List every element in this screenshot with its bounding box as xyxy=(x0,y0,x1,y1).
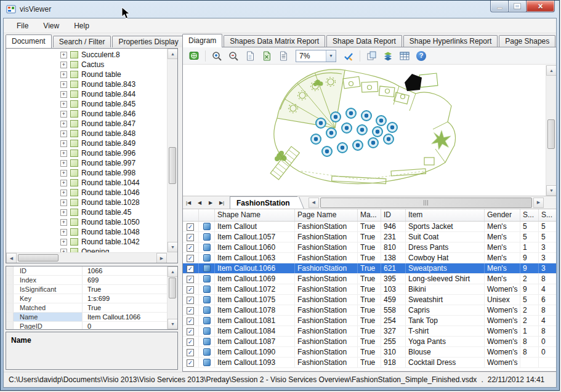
row-select-cell[interactable]: ✓ xyxy=(183,263,199,274)
first-page-button[interactable]: |◀ xyxy=(183,196,194,209)
pages-scroll-thumb[interactable] xyxy=(320,198,532,208)
export-page-button[interactable] xyxy=(259,49,274,63)
row-select-cell[interactable]: ✓ xyxy=(183,295,199,305)
maximize-button[interactable] xyxy=(509,1,527,12)
row-checkbox[interactable]: ✓ xyxy=(187,244,194,252)
tree-item[interactable]: +Round table.997 xyxy=(6,158,167,168)
titlebar[interactable]: visViewer × xyxy=(1,1,559,18)
row-checkbox[interactable]: ✓ xyxy=(187,338,194,346)
tree-hscroll-thumb[interactable] xyxy=(18,254,59,262)
tab-shape-data-report[interactable]: Shape Data Report xyxy=(326,35,402,47)
table-row[interactable]: ✓Item Callout.1090FashionStationTrue310B… xyxy=(183,347,556,358)
row-checkbox[interactable]: ✓ xyxy=(187,234,194,241)
diagram-canvas[interactable]: ▲ ▼ xyxy=(183,65,556,196)
table-row[interactable]: ✓Item Callout.1093FashionStationTrue918C… xyxy=(183,358,556,368)
row-checkbox[interactable]: ✓ xyxy=(187,286,194,294)
copy-page-button[interactable] xyxy=(243,49,257,63)
row-select-cell[interactable]: ✓ xyxy=(183,305,199,316)
row-select-cell[interactable]: ✓ xyxy=(183,337,199,347)
tab-shapes-data-matrix-report[interactable]: Shapes Data Matrix Report xyxy=(224,35,325,47)
row-checkbox[interactable]: ✓ xyxy=(187,359,194,367)
properties-vertical-scrollbar[interactable]: ▲ ▼ xyxy=(167,266,177,329)
expand-plus-icon[interactable]: + xyxy=(60,91,67,98)
column-header-blank[interactable] xyxy=(199,209,215,222)
column-header-blank[interactable] xyxy=(183,209,199,222)
table-row[interactable]: ✓Item CalloutFashionStationTrue946Sports… xyxy=(183,222,556,232)
expand-plus-icon[interactable]: + xyxy=(60,111,67,118)
expand-plus-icon[interactable]: + xyxy=(60,239,67,246)
report-page-button[interactable] xyxy=(276,49,291,63)
table-row[interactable]: ✓Item Callout.1084FashionStationTrue327T… xyxy=(183,326,556,337)
tree-item[interactable]: +Round table.45 xyxy=(6,207,167,217)
row-select-cell[interactable]: ✓ xyxy=(183,326,199,337)
table-row[interactable]: ✓Item Callout.1069FashionStationTrue395L… xyxy=(183,274,556,284)
menu-item-view[interactable]: View xyxy=(36,20,66,32)
row-select-cell[interactable]: ✓ xyxy=(183,316,199,326)
expand-plus-icon[interactable]: + xyxy=(60,62,67,68)
row-select-cell[interactable]: ✓ xyxy=(183,274,199,284)
tree-item[interactable]: +Round table.848 xyxy=(6,129,167,138)
tree-item[interactable]: +Opening xyxy=(6,247,167,252)
row-checkbox[interactable]: ✓ xyxy=(187,255,194,262)
tree-scroll-thumb[interactable] xyxy=(169,147,176,184)
tab-search-filter[interactable]: Search / Filter xyxy=(53,36,111,47)
help-button[interactable]: ? xyxy=(414,49,429,63)
zoom-level-combobox[interactable]: 7% ▼ xyxy=(296,50,336,62)
tree-item[interactable]: +Succulent.8 xyxy=(6,50,167,60)
page-tab-fashionstation[interactable]: FashionStation xyxy=(230,196,297,209)
property-row[interactable]: NameItem Callout.1066 xyxy=(6,313,167,322)
tab-properties-display[interactable]: Properties Display xyxy=(112,36,184,47)
tree-item[interactable]: +Round table.1042 xyxy=(6,237,167,247)
tree-item[interactable]: +Cactus xyxy=(6,60,167,70)
row-checkbox[interactable]: ✓ xyxy=(187,265,194,273)
table-row[interactable]: ✓Item Callout.1063FashionStationTrue138C… xyxy=(183,253,556,263)
tree-item[interactable]: +Round table.849 xyxy=(6,138,167,148)
zoom-out-button[interactable] xyxy=(226,49,241,63)
tree-item[interactable]: +Round table.998 xyxy=(6,168,167,178)
menu-item-help[interactable]: Help xyxy=(67,20,96,32)
validate-button[interactable] xyxy=(341,49,356,63)
expand-plus-icon[interactable]: + xyxy=(60,170,67,177)
pages-horizontal-scrollbar[interactable]: ◀ ▶ xyxy=(309,198,544,208)
tab-page-shapes[interactable]: Page Shapes xyxy=(499,35,555,47)
row-select-cell[interactable]: ✓ xyxy=(183,358,199,368)
scroll-right-button[interactable]: ▶ xyxy=(533,198,544,208)
tree-item[interactable]: +Round table.845 xyxy=(6,99,167,109)
tree-vertical-scrollbar[interactable]: ▲ ▼ xyxy=(167,49,177,252)
tab-diagram[interactable]: Diagram xyxy=(182,34,222,47)
previous-page-button[interactable]: ◀ xyxy=(194,196,205,209)
row-checkbox[interactable]: ✓ xyxy=(187,349,194,356)
diagram-scroll-thumb[interactable] xyxy=(547,119,555,149)
property-row[interactable]: PageID0 xyxy=(6,322,167,329)
tree-item[interactable]: +Round table.1044 xyxy=(6,178,167,188)
column-header-gender[interactable]: Gender xyxy=(485,209,520,222)
tree-item[interactable]: +Round table.1048 xyxy=(6,227,167,237)
expand-plus-icon[interactable]: + xyxy=(60,229,67,236)
row-checkbox[interactable]: ✓ xyxy=(187,297,194,304)
row-checkbox[interactable]: ✓ xyxy=(187,318,194,325)
row-select-cell[interactable]: ✓ xyxy=(183,347,199,358)
copy-shapes-button[interactable] xyxy=(364,49,379,63)
properties-scroll-thumb[interactable] xyxy=(169,278,176,298)
shape-data-grid-button[interactable] xyxy=(397,49,412,63)
tree-item[interactable]: +Round table.843 xyxy=(6,79,167,89)
expand-plus-icon[interactable]: + xyxy=(60,160,67,167)
zoom-dropdown-button[interactable]: ▼ xyxy=(326,50,336,62)
expand-plus-icon[interactable]: + xyxy=(60,52,67,58)
property-row[interactable]: IsSignificantTrue xyxy=(6,285,167,294)
row-select-cell[interactable]: ✓ xyxy=(183,284,199,295)
scroll-up-button[interactable]: ▲ xyxy=(167,49,178,59)
expand-plus-icon[interactable]: + xyxy=(60,71,67,78)
tree-item[interactable]: +Round table.847 xyxy=(6,119,167,129)
scroll-up-button[interactable]: ▲ xyxy=(546,65,556,76)
menu-item-file[interactable]: File xyxy=(10,20,35,32)
close-button[interactable]: × xyxy=(527,1,555,12)
layers-button[interactable] xyxy=(381,49,395,63)
tab-shape-hyperlinks-report[interactable]: Shape Hyperlinks Report xyxy=(403,35,498,47)
tree-item[interactable]: +Round table.846 xyxy=(6,109,167,119)
table-row[interactable]: ✓Item Callout.1057FashionStationTrue231S… xyxy=(183,232,556,242)
expand-plus-icon[interactable]: + xyxy=(60,81,67,88)
table-row[interactable]: ✓Item Callout.1060FashionStationTrue810D… xyxy=(183,242,556,253)
minimize-button[interactable] xyxy=(490,1,509,12)
tree-item[interactable]: +Round table xyxy=(6,70,167,79)
